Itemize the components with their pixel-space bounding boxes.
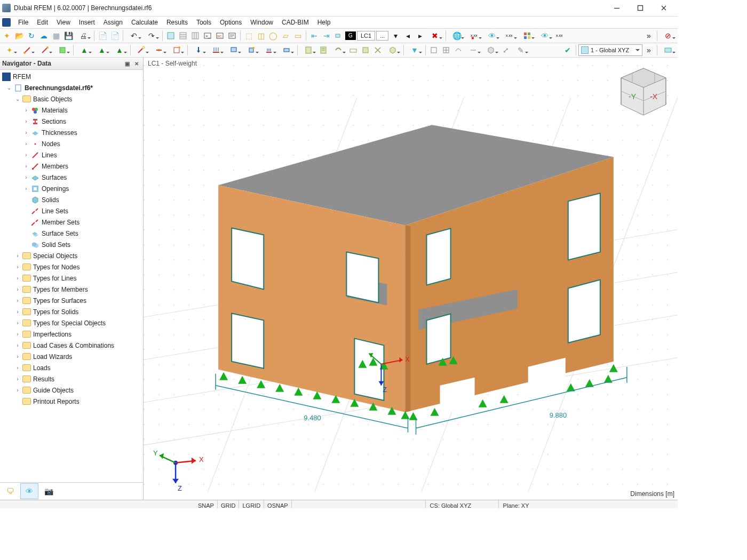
tree-group[interactable]: ›Special Objects bbox=[0, 250, 143, 261]
menu-results[interactable]: Results bbox=[162, 17, 192, 28]
dim-3-icon[interactable] bbox=[333, 30, 345, 42]
new-doc-icon[interactable]: 📄 bbox=[97, 30, 108, 42]
nav-prev-icon[interactable]: ◂ bbox=[402, 30, 414, 42]
nav-next-icon[interactable]: ▸ bbox=[414, 30, 426, 42]
view-3-icon[interactable] bbox=[452, 44, 464, 56]
tree-group[interactable]: ›Types for Nodes bbox=[0, 261, 143, 273]
status-cs[interactable]: CS: Global XYZ bbox=[425, 500, 498, 508]
caret-right-icon[interactable]: › bbox=[13, 251, 22, 261]
navigator-pin-icon[interactable]: ▣ bbox=[123, 59, 131, 68]
support-1-icon[interactable]: ▲ bbox=[76, 44, 93, 56]
caret-down-icon[interactable]: ⌄ bbox=[4, 83, 14, 93]
open-file-icon[interactable]: 📂 bbox=[13, 30, 25, 42]
select-rect-icon[interactable]: ▭ bbox=[292, 30, 304, 42]
calc-1-icon[interactable] bbox=[300, 44, 317, 56]
dim-1-icon[interactable]: ⇤ bbox=[308, 30, 320, 42]
tree-group[interactable]: ›Guide Objects bbox=[0, 385, 143, 396]
caret-right-icon[interactable]: › bbox=[13, 318, 22, 328]
caret-right-icon[interactable]: › bbox=[21, 150, 31, 160]
menu-edit[interactable]: Edit bbox=[33, 17, 52, 28]
support-2-icon[interactable]: ▲ bbox=[93, 44, 110, 56]
menu-cad-bim[interactable]: CAD-BIM bbox=[277, 17, 313, 28]
loadcase-label[interactable]: LC1 bbox=[357, 31, 375, 41]
navtab-data-icon[interactable]: 🗨 bbox=[1, 483, 19, 499]
caret-right-icon[interactable]: › bbox=[13, 262, 22, 272]
script-icon[interactable] bbox=[226, 30, 238, 42]
caret-right-icon[interactable]: › bbox=[21, 128, 31, 138]
status-lgrid[interactable]: LGRID bbox=[239, 500, 264, 508]
cancel-red-icon[interactable]: ⊘ bbox=[659, 30, 677, 42]
tree-group[interactable]: ›Types for Solids bbox=[0, 306, 143, 317]
tree-group[interactable]: ›Types for Surfaces bbox=[0, 295, 143, 306]
doc-icon[interactable]: 📄 bbox=[109, 30, 121, 42]
tree-group[interactable]: ›Types for Lines bbox=[0, 273, 143, 284]
new-node-icon[interactable]: ✦ bbox=[1, 44, 18, 56]
tree-thicknesses[interactable]: ›Thicknesses bbox=[0, 127, 143, 138]
loadcase-more[interactable]: ... bbox=[376, 31, 388, 41]
caret-right-icon[interactable]: › bbox=[21, 184, 31, 194]
menu-view[interactable]: View bbox=[52, 17, 75, 28]
tree-surfaces[interactable]: ›Surfaces bbox=[0, 172, 143, 183]
tree-group[interactable]: ›Types for Members bbox=[0, 284, 143, 295]
tree-nodes[interactable]: ›Nodes bbox=[0, 138, 143, 149]
new-member-icon[interactable] bbox=[36, 44, 53, 56]
toolbar2-overflow-icon[interactable]: » bbox=[643, 44, 655, 56]
view-scale-icon[interactable]: ⤢ bbox=[500, 44, 512, 56]
calc-solid-icon[interactable] bbox=[384, 44, 401, 56]
calc-5-icon[interactable] bbox=[360, 44, 371, 56]
navigation-cube[interactable]: -Y -X bbox=[617, 65, 670, 118]
view-edit-icon[interactable]: ✎ bbox=[512, 44, 529, 56]
caret-right-icon[interactable]: › bbox=[13, 341, 22, 350]
toolbar-check-icon[interactable]: ✔ bbox=[562, 44, 574, 56]
tree-members[interactable]: ›Members bbox=[0, 161, 143, 172]
caret-right-icon[interactable]: › bbox=[13, 307, 22, 317]
new-shape-icon[interactable] bbox=[54, 44, 71, 56]
coord-system-dropdown[interactable]: 1 - Global XYZ bbox=[578, 44, 642, 56]
caret-right-icon[interactable]: › bbox=[13, 330, 22, 339]
tree-root[interactable]: RFEM bbox=[0, 71, 143, 82]
menu-calculate[interactable]: Calculate bbox=[127, 17, 162, 28]
eye-icon[interactable]: 👁 bbox=[483, 30, 500, 42]
hinge-3-icon[interactable] bbox=[168, 44, 185, 56]
support-3-icon[interactable]: ▲ bbox=[111, 44, 128, 56]
tree-solids[interactable]: Solids bbox=[0, 194, 143, 205]
new-file-icon[interactable]: ✦ bbox=[1, 30, 13, 42]
console-icon[interactable]: >_ bbox=[202, 30, 213, 42]
workplane-icon[interactable] bbox=[659, 44, 677, 56]
select-poly-icon[interactable]: ▱ bbox=[280, 30, 291, 42]
select-circle-icon[interactable]: ◯ bbox=[267, 30, 279, 42]
view-1-icon[interactable] bbox=[428, 44, 440, 56]
caret-right-icon[interactable]: › bbox=[13, 374, 22, 384]
dim-2-icon[interactable]: ⇥ bbox=[321, 30, 332, 42]
refresh-icon[interactable]: ↻ bbox=[26, 30, 37, 42]
load-1-icon[interactable] bbox=[190, 44, 207, 56]
caret-right-icon[interactable]: › bbox=[21, 162, 31, 171]
calc-6-icon[interactable] bbox=[372, 44, 384, 56]
close-button[interactable] bbox=[652, 0, 676, 16]
num-xxx-eye-icon[interactable]: x.xx bbox=[501, 30, 518, 42]
redo-icon[interactable]: ↷ bbox=[143, 30, 160, 42]
cloud-icon[interactable]: ☁ bbox=[38, 30, 50, 42]
caret-right-icon[interactable]: › bbox=[13, 296, 22, 306]
new-line-icon[interactable] bbox=[19, 44, 36, 56]
caret-right-icon[interactable]: › bbox=[21, 117, 31, 126]
tree-file[interactable]: ⌄ Berechnungsdatei.rf6* bbox=[0, 82, 143, 93]
menu-help[interactable]: Help bbox=[313, 17, 335, 28]
menu-insert[interactable]: Insert bbox=[75, 17, 99, 28]
caret-right-icon[interactable]: › bbox=[13, 386, 22, 395]
tree-sections[interactable]: ›Sections bbox=[0, 116, 143, 127]
print-icon[interactable]: 🖨 bbox=[75, 30, 92, 42]
navigator-close-icon[interactable]: ✕ bbox=[132, 59, 141, 68]
caret-down-icon[interactable]: ⌄ bbox=[13, 94, 22, 104]
menu-options[interactable]: Options bbox=[216, 17, 246, 28]
caret-right-icon[interactable]: › bbox=[13, 285, 22, 294]
minimize-button[interactable] bbox=[605, 0, 629, 16]
filter-icon[interactable]: ▼ bbox=[406, 44, 423, 56]
toolbar-overflow-icon[interactable]: » bbox=[643, 30, 655, 42]
num-xxx-2-icon[interactable]: x.xx bbox=[554, 30, 566, 42]
tree-group[interactable]: ›Imperfections bbox=[0, 329, 143, 340]
tree-group[interactable]: Printout Reports bbox=[0, 396, 143, 407]
tree-group[interactable]: ›Load Cases & Combinations bbox=[0, 340, 143, 351]
tree-group[interactable]: ›Loads bbox=[0, 362, 143, 373]
load-2-icon[interactable] bbox=[208, 44, 225, 56]
